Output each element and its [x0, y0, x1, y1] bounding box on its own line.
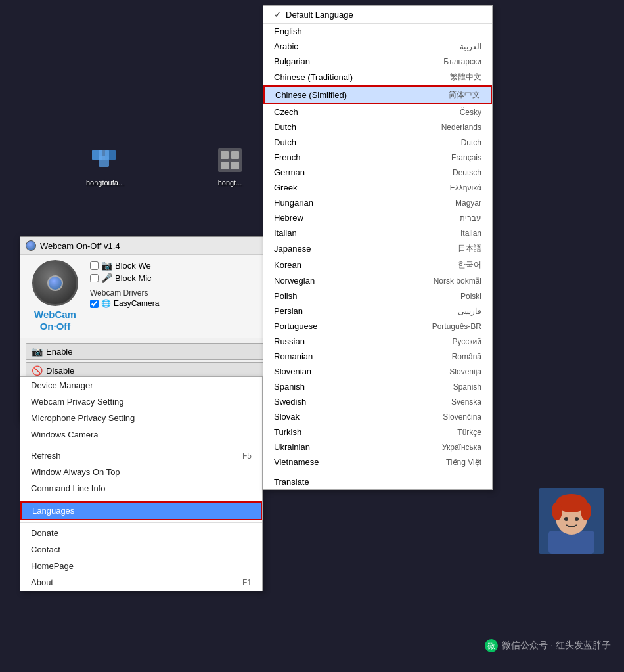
lang-item-25[interactable]: SlovakSlovenčina — [263, 409, 492, 424]
webcam-label: WebCam On·Off — [34, 309, 76, 332]
lang-item-0[interactable]: English — [263, 24, 492, 39]
svg-point-14 — [581, 502, 591, 520]
block-mic-checkbox[interactable] — [90, 274, 99, 282]
lang-item-21[interactable]: RomanianRomână — [263, 349, 492, 364]
lang-item-22[interactable]: SlovenianSlovenija — [263, 364, 492, 379]
menu-item-contact[interactable]: Contact — [20, 541, 262, 558]
lang-item-12[interactable]: Hebrewעברית — [263, 210, 492, 225]
lang-item-native-25: Slovenčina — [443, 413, 481, 422]
lang-item-native-20: Русский — [452, 337, 481, 346]
desktop: hongtoufa... hongt... Webcam On-Off v1.4 — [0, 0, 624, 672]
lang-item-label-19: Portuguese — [274, 321, 318, 331]
menu-item-refresh[interactable]: Refresh F5 — [20, 447, 262, 464]
svg-rect-7 — [221, 162, 229, 169]
checkboxes: 📷 Block We 🎤 Block Mic — [90, 260, 267, 283]
block-mic-row: 🎤 Block Mic — [90, 273, 267, 283]
lang-item-5[interactable]: CzechČesky — [263, 104, 492, 120]
menu-item-device-manager[interactable]: Device Manager — [20, 377, 262, 393]
lang-item-native-4: 简体中文 — [449, 89, 480, 101]
menu-item-donate[interactable]: Donate — [20, 525, 262, 541]
lang-header: ✓ Default Language — [263, 6, 492, 24]
lang-item-3[interactable]: Chinese (Traditional)繁體中文 — [263, 69, 492, 85]
lang-item-28[interactable]: VietnameseTiếng Việt — [263, 455, 492, 470]
lang-item-7[interactable]: DutchDutch — [263, 135, 492, 150]
webcam-label-line1: WebCam — [34, 309, 76, 320]
lang-item-native-3: 繁體中文 — [450, 72, 481, 83]
lang-item-17[interactable]: PolishPolski — [263, 288, 492, 303]
lang-item-label-1: Arabic — [274, 41, 298, 51]
lang-item-label-12: Hebrew — [274, 213, 303, 223]
menu-item-cmd-info[interactable]: Command Line Info — [20, 480, 262, 497]
menu-item-donate-label: Donate — [31, 528, 58, 538]
lang-item-native-23: Spanish — [453, 382, 481, 392]
lang-item-1[interactable]: Arabicالعربية — [263, 39, 492, 54]
avatar-img — [539, 488, 604, 554]
lang-item-8[interactable]: FrenchFrançais — [263, 150, 492, 165]
menu-item-languages[interactable]: Languages — [20, 501, 262, 520]
lang-item-15[interactable]: Korean한국어 — [263, 257, 492, 273]
lang-item-native-1: العربية — [460, 42, 481, 51]
lang-item-label-3: Chinese (Traditional) — [274, 72, 353, 82]
wechat-watermark: 微 微信公众号 · 红头发蓝胖子 — [485, 639, 611, 652]
block-webcam-checkbox[interactable] — [90, 261, 99, 270]
enable-button[interactable]: 📷 Enable — [26, 343, 267, 360]
driver-checkbox[interactable] — [90, 300, 99, 308]
menu-item-win-camera[interactable]: Windows Camera — [20, 426, 262, 443]
menu-item-always-on-top-label: Window Always On Top — [31, 467, 120, 477]
desktop-icon-2[interactable]: hongt... — [204, 145, 256, 187]
menu-item-contact-label: Contact — [31, 545, 60, 554]
lang-item-label-26: Turkish — [274, 427, 301, 437]
webcam-icon: 📷 — [101, 260, 112, 271]
menu-item-about-label: About — [31, 577, 53, 587]
block-webcam-label: Block We — [115, 261, 151, 271]
lang-item-label-25: Slovak — [274, 412, 300, 422]
desktop-icon-img-1 — [89, 145, 121, 176]
webcam-icon-area: WebCam On·Off — [26, 260, 85, 332]
lang-item-label-21: Romanian — [274, 351, 313, 361]
lang-item-19[interactable]: PortuguesePortuguês-BR — [263, 319, 492, 334]
menu-item-about-shortcut: F1 — [242, 578, 252, 587]
lang-item-native-16: Norsk bokmål — [434, 277, 481, 286]
desktop-icon-1[interactable]: hongtoufa... — [79, 145, 131, 187]
lang-item-label-14: Japanese — [274, 244, 311, 254]
desktop-icon-img-2 — [214, 145, 246, 176]
lang-item-native-10: Ελληνικά — [450, 183, 481, 192]
lang-item-9[interactable]: GermanDeutsch — [263, 165, 492, 180]
lang-item-24[interactable]: SwedishSvenska — [263, 394, 492, 409]
lang-item-10[interactable]: GreekΕλληνικά — [263, 180, 492, 195]
desktop-icon-label-1: hongtoufa... — [86, 179, 124, 187]
menu-item-mic-privacy[interactable]: Microphone Privacy Setting — [20, 410, 262, 426]
disable-label: Disable — [46, 366, 74, 376]
lang-item-native-13: Italian — [460, 229, 481, 238]
lang-item-11[interactable]: HungarianMagyar — [263, 195, 492, 210]
lang-item-label-22: Slovenian — [274, 367, 311, 376]
lang-item-label-15: Korean — [274, 260, 301, 270]
lang-item-14[interactable]: Japanese日本語 — [263, 240, 492, 257]
menu-item-webcam-privacy[interactable]: Webcam Privacy Setting — [20, 393, 262, 410]
lang-item-4[interactable]: Chinese (Simlified)简体中文 — [263, 85, 492, 104]
lang-item-label-6: Dutch — [274, 122, 296, 132]
app-content: WebCam On·Off 📷 Block We 🎤 Block Mic — [20, 255, 272, 338]
menu-item-homepage[interactable]: HomePage — [20, 558, 262, 574]
lang-item-2[interactable]: BulgarianБългарски — [263, 54, 492, 69]
lang-item-label-28: Vietnamese — [274, 457, 319, 467]
menu-item-always-on-top[interactable]: Window Always On Top — [20, 464, 262, 480]
desktop-icon-label-2: hongt... — [218, 179, 242, 187]
menu-item-refresh-shortcut: F5 — [242, 451, 252, 460]
dropdown-menu: Device Manager Webcam Privacy Setting Mi… — [20, 376, 263, 591]
lang-item-20[interactable]: RussianРусский — [263, 334, 492, 349]
lang-item-26[interactable]: TurkishTürkçe — [263, 424, 492, 439]
lang-item-native-12: עברית — [460, 213, 481, 223]
lang-item-label-24: Swedish — [274, 397, 306, 407]
lang-item-18[interactable]: Persianفارسی — [263, 303, 492, 319]
menu-item-about[interactable]: About F1 — [20, 574, 262, 591]
lang-item-native-24: Svenska — [451, 397, 481, 407]
lang-item-29[interactable]: Translate — [263, 474, 492, 489]
lang-item-16[interactable]: NorwegianNorsk bokmål — [263, 273, 492, 288]
lang-item-13[interactable]: ItalianItalian — [263, 225, 492, 240]
lang-item-6[interactable]: DutchNederlands — [263, 120, 492, 135]
lang-item-23[interactable]: SpanishSpanish — [263, 379, 492, 394]
block-mic-label: Block Mic — [115, 273, 152, 283]
lang-item-27[interactable]: UkrainianУкраїнська — [263, 439, 492, 455]
lang-item-label-10: Greek — [274, 183, 297, 192]
